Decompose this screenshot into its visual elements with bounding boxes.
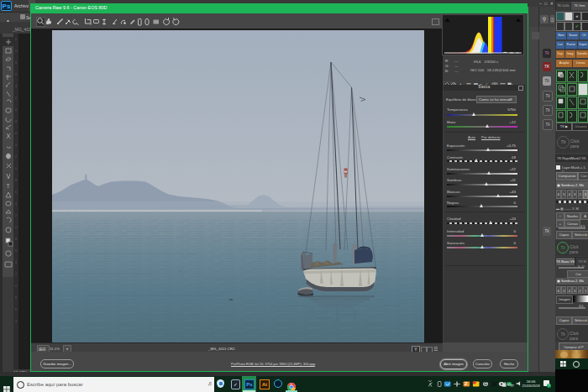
svg-text:G: G [484, 381, 487, 385]
svg-text:T: T [7, 183, 11, 189]
svg-text:Z: Z [465, 382, 468, 386]
